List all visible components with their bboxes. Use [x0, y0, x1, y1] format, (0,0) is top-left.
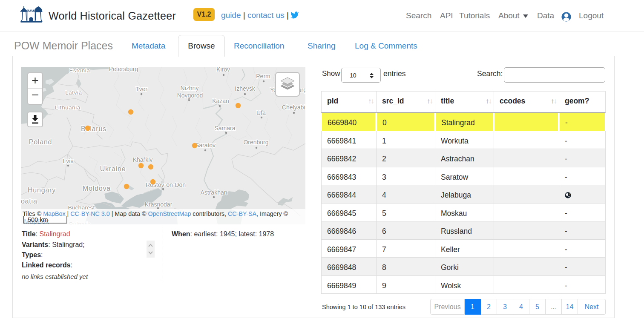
svg-text:Lithuania: Lithuania: [55, 104, 80, 111]
svg-text:Croatia: Croatia: [21, 198, 37, 205]
svg-text:Ukraine: Ukraine: [100, 165, 126, 172]
svg-text:Poland: Poland: [29, 138, 52, 146]
svg-text:Estonia: Estonia: [69, 67, 90, 74]
svg-text:Ufa: Ufa: [256, 109, 266, 116]
svg-text:Moldova: Moldova: [83, 185, 111, 192]
svg-text:Astrakhan: Astrakhan: [200, 189, 227, 196]
svg-text:Lviv: Lviv: [63, 158, 74, 164]
svg-text:Kharkiv: Kharkiv: [133, 156, 153, 163]
svg-text:Kirov: Kirov: [216, 67, 230, 73]
svg-text:Kazan: Kazan: [212, 98, 229, 104]
svg-text:Chelyabin: Chelyabin: [282, 104, 305, 111]
svg-text:Krasnodar: Krasnodar: [145, 201, 172, 208]
svg-text:Tver: Tver: [135, 86, 147, 92]
svg-text:Nizhny: Nizhny: [181, 85, 199, 92]
svg-text:Petersburg: Petersburg: [109, 67, 138, 72]
svg-text:Samara: Samara: [214, 125, 235, 132]
svg-text:Saratov: Saratov: [195, 142, 216, 149]
svg-text:Perm: Perm: [256, 73, 270, 80]
svg-text:Orenburg: Orenburg: [243, 139, 268, 146]
svg-text:500 km: 500 km: [28, 216, 48, 223]
svg-text:Izhevsk: Izhevsk: [235, 85, 255, 92]
svg-text:Belarus: Belarus: [81, 125, 106, 132]
svg-text:Latvia: Latvia: [65, 89, 82, 96]
svg-text:Novgorod: Novgorod: [177, 92, 203, 99]
svg-text:Hungary: Hungary: [28, 186, 56, 194]
